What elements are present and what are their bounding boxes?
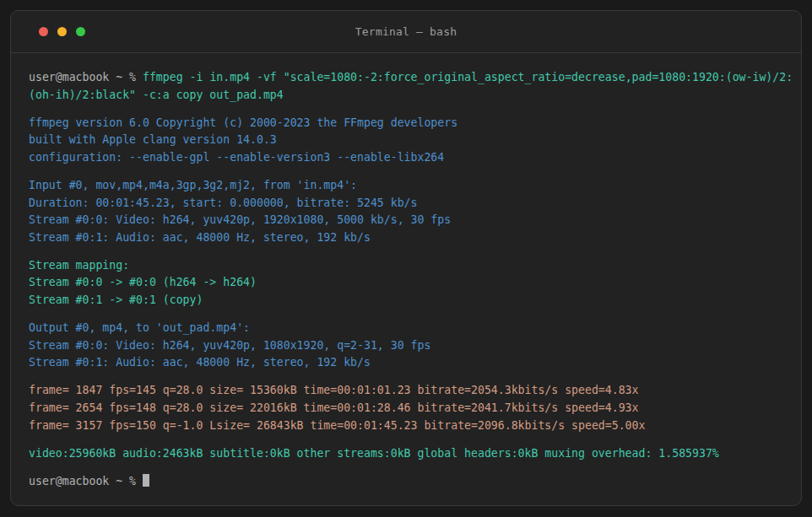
- terminal-line: built with Apple clang version 14.0.3: [29, 132, 784, 149]
- terminal-text: ffmpeg version 6.0 Copyright (c) 2000-20…: [29, 116, 457, 129]
- terminal-text: Stream #0:0: Video: h264, yuv420p, 1080x…: [29, 339, 430, 352]
- terminal-line: Stream #0:1 -> #0:1 (copy): [29, 292, 784, 310]
- terminal-text: Duration: 00:01:45.23, start: 0.000000, …: [29, 197, 418, 209]
- terminal-line: Stream #0:0: Video: h264, yuv420p, 1920x…: [29, 212, 784, 229]
- terminal-line: Duration: 00:01:45.23, start: 0.000000, …: [29, 195, 784, 213]
- terminal-line: user@macbook ~ % ffmpeg -i in.mp4 -vf "s…: [29, 69, 784, 87]
- terminal-line: Stream mapping:: [29, 257, 784, 275]
- window-title: Terminal — bash: [355, 25, 457, 38]
- terminal-text: frame= 3157 fps=150 q=-1.0 Lsize= 26843k…: [29, 419, 645, 432]
- terminal-text: Stream #0:0: Video: h264, yuv420p, 1920x…: [29, 213, 451, 226]
- terminal-text: video:25960kB audio:2463kB subtitle:0kB …: [29, 447, 719, 460]
- terminal-text: Output #0, mp4, to 'out_pad.mp4':: [29, 321, 250, 334]
- terminal-line: frame= 3157 fps=150 q=-1.0 Lsize= 26843k…: [29, 417, 784, 435]
- terminal-block: Input #0, mov,mp4,m4a,3gp,3g2,mj2, from …: [29, 177, 784, 246]
- terminal-line: (oh-ih)/2:black" -c:a copy out_pad.mp4: [29, 87, 784, 105]
- terminal-text: Stream #0:1: Audio: aac, 48000 Hz, stere…: [29, 231, 371, 244]
- terminal-block: user@macbook ~ %: [29, 473, 784, 491]
- terminal-line: Input #0, mov,mp4,m4a,3gp,3g2,mj2, from …: [29, 177, 784, 195]
- terminal-line: frame= 1847 fps=145 q=28.0 size= 15360kB…: [29, 382, 784, 400]
- terminal-line: Stream #0:0 -> #0:0 (h264 -> h264): [29, 274, 784, 292]
- terminal-line: ffmpeg version 6.0 Copyright (c) 2000-20…: [29, 115, 784, 132]
- terminal-line: Stream #0:0: Video: h264, yuv420p, 1080x…: [29, 337, 784, 355]
- terminal-text: frame= 1847 fps=145 q=28.0 size= 15360kB…: [29, 384, 639, 396]
- terminal-block: Output #0, mp4, to 'out_pad.mp4':Stream …: [29, 320, 784, 372]
- terminal-output[interactable]: user@macbook ~ % ffmpeg -i in.mp4 -vf "s…: [11, 53, 801, 490]
- terminal-text: user@macbook ~ %: [29, 71, 143, 83]
- terminal-block: ffmpeg version 6.0 Copyright (c) 2000-20…: [29, 115, 784, 167]
- terminal-line: frame= 2654 fps=148 q=28.0 size= 22016kB…: [29, 400, 784, 417]
- close-button[interactable]: [39, 27, 48, 36]
- terminal-text: Stream #0:1: Audio: aac, 48000 Hz, stere…: [29, 356, 371, 369]
- terminal-block: user@macbook ~ % ffmpeg -i in.mp4 -vf "s…: [29, 69, 784, 104]
- terminal-text: ffmpeg -i in.mp4 -vf "scale=1080:-2:forc…: [143, 71, 793, 83]
- zoom-button[interactable]: [76, 27, 85, 36]
- terminal-text: user@macbook ~ %: [29, 475, 143, 487]
- minimize-button[interactable]: [57, 27, 67, 36]
- terminal-text: Stream mapping:: [29, 259, 129, 272]
- terminal-line: user@macbook ~ %: [29, 473, 784, 491]
- terminal-line: video:25960kB audio:2463kB subtitle:0kB …: [29, 445, 784, 463]
- terminal-window: Terminal — bash user@macbook ~ % ffmpeg …: [10, 10, 802, 506]
- terminal-line: configuration: --enable-gpl --enable-ver…: [29, 149, 784, 167]
- terminal-text: built with Apple clang version 14.0.3: [29, 133, 277, 146]
- terminal-text: frame= 2654 fps=148 q=28.0 size= 22016kB…: [29, 401, 639, 414]
- terminal-text: (oh-ih)/2:black" -c:a copy out_pad.mp4: [29, 89, 284, 101]
- terminal-block: frame= 1847 fps=145 q=28.0 size= 15360kB…: [29, 382, 784, 434]
- terminal-text: Stream #0:0 -> #0:0 (h264 -> h264): [29, 276, 257, 288]
- terminal-text: Stream #0:1 -> #0:1 (copy): [29, 294, 203, 306]
- terminal-line: Stream #0:1: Audio: aac, 48000 Hz, stere…: [29, 229, 784, 247]
- terminal-block: Stream mapping:Stream #0:0 -> #0:0 (h264…: [29, 257, 784, 310]
- terminal-cursor[interactable]: [143, 474, 149, 487]
- terminal-text: configuration: --enable-gpl --enable-ver…: [29, 151, 444, 164]
- terminal-block: video:25960kB audio:2463kB subtitle:0kB …: [29, 445, 784, 463]
- title-bar[interactable]: Terminal — bash: [11, 11, 801, 53]
- window-controls: [39, 11, 85, 52]
- terminal-line: Output #0, mp4, to 'out_pad.mp4':: [29, 320, 784, 337]
- terminal-line: Stream #0:1: Audio: aac, 48000 Hz, stere…: [29, 354, 784, 372]
- terminal-text: Input #0, mov,mp4,m4a,3gp,3g2,mj2, from …: [29, 179, 357, 191]
